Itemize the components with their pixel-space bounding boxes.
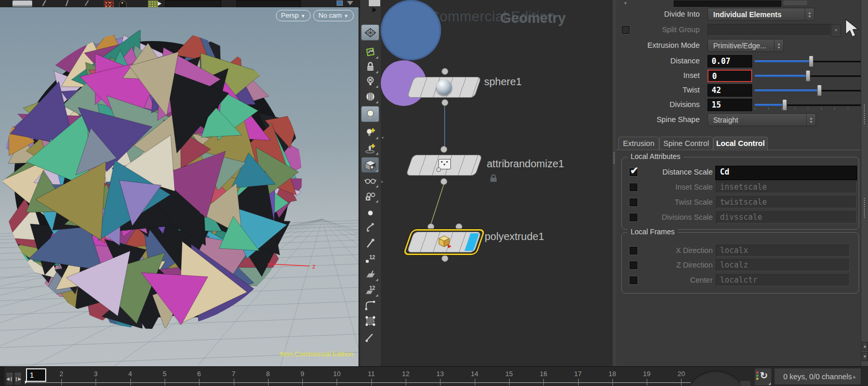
- keys-channels-status[interactable]: 0 keys, 0/0 channels ▲: [774, 368, 861, 385]
- group-checkbox-z-direction[interactable]: [630, 261, 637, 269]
- group-field-center[interactable]: localctr: [716, 274, 850, 286]
- slider-handle-inset[interactable]: [806, 70, 810, 82]
- expand-arrow-icon[interactable]: [372, 7, 377, 12]
- submenu-triangle: [376, 185, 378, 188]
- group-field-distance-scale[interactable]: Cd: [716, 166, 857, 180]
- param-dropdown-extrusion-mode[interactable]: Primitive/Edge...▲▼: [707, 39, 784, 52]
- slider-handle-divisions[interactable]: [782, 99, 787, 111]
- group-field-x-direction[interactable]: localx: [716, 245, 850, 257]
- display-profiles-icon[interactable]: [362, 298, 379, 313]
- timeline-frame-number: 6: [197, 370, 201, 378]
- param-label-inset: Inset: [618, 71, 700, 79]
- svg-text:12: 12: [369, 285, 376, 291]
- timeline-tick: [61, 379, 62, 385]
- material-shaded-icon[interactable]: [362, 89, 379, 104]
- collapse-caret-icon[interactable]: ▼: [623, 1, 627, 6]
- hide-geometry-glasses-icon[interactable]: [362, 173, 379, 188]
- group-checkbox-inset-scale[interactable]: [630, 183, 637, 191]
- display-hooks-icon[interactable]: [362, 220, 379, 235]
- gauge-icon[interactable]: [119, 1, 127, 8]
- param-field-split-group[interactable]: [707, 24, 831, 36]
- sphere1-node[interactable]: [407, 77, 482, 98]
- slider-handle-twist[interactable]: [817, 85, 822, 96]
- group-checkbox-divisions-scale[interactable]: [630, 214, 637, 221]
- camera-select-button[interactable]: No cam▼: [313, 10, 354, 21]
- slider-handle-distance[interactable]: [809, 56, 813, 67]
- tab-local-control[interactable]: Local Control: [713, 137, 768, 151]
- timeline-frame-number: 12: [402, 370, 409, 378]
- construction-partial-icon[interactable]: [362, 331, 379, 346]
- attribrandomize1-node[interactable]: [406, 155, 483, 176]
- toolbar-fragment-icon[interactable]: [337, 1, 343, 6]
- timeline-tick: [543, 379, 544, 385]
- ghost-geometry-glasses-icon[interactable]: [362, 188, 379, 203]
- keyboard-shortcut-icon[interactable]: [12, 1, 32, 7]
- tool-icon[interactable]: [85, 0, 89, 6]
- divider-grip[interactable]: [613, 152, 615, 164]
- param-input-inset[interactable]: 0: [707, 70, 752, 82]
- tool-icon[interactable]: [65, 0, 69, 6]
- add-light-icon[interactable]: [362, 125, 379, 140]
- group-field-inset-scale[interactable]: insetscale: [716, 181, 857, 193]
- playbar-fragment[interactable]: [740, 380, 751, 386]
- node-name-field-fragment[interactable]: [674, 1, 781, 7]
- network-editor[interactable]: Non-Commercial Edition Geometry sphere1a…: [381, 0, 612, 366]
- lock-icon[interactable]: [362, 59, 379, 74]
- randomize-dice-icon: [437, 159, 451, 171]
- group-field-divisions-scale[interactable]: divsscale: [716, 211, 857, 223]
- prim-markers-icon[interactable]: [362, 267, 379, 282]
- dropdown-caret-icon[interactable]: [347, 1, 353, 5]
- group-checkbox-x-direction[interactable]: [630, 247, 637, 255]
- path-bar-fragment: [369, 0, 380, 6]
- submenu-triangle: [376, 37, 378, 39]
- pane-arrow-icon[interactable]: ◂: [381, 135, 383, 140]
- auto-update-button[interactable]: ↻: [754, 368, 772, 386]
- point-numbers-icon[interactable]: 12: [362, 251, 379, 266]
- group-marquee-icon[interactable]: [362, 313, 379, 328]
- node-connector-dot[interactable]: [442, 68, 448, 75]
- scroll-down-button[interactable]: ▼: [862, 352, 868, 361]
- tab-spine-control[interactable]: Spine Control: [659, 137, 713, 150]
- group-field-z-direction[interactable]: localz: [716, 259, 850, 271]
- param-checkbox-split-group[interactable]: [622, 26, 630, 34]
- perspective-view-button[interactable]: Persp▼: [276, 10, 311, 21]
- strip-grip[interactable]: [863, 104, 865, 125]
- lighting-bulb-icon[interactable]: [362, 107, 379, 122]
- toolbar-field[interactable]: [165, 0, 221, 8]
- takes-icon[interactable]: [148, 1, 158, 8]
- pane-arrow-icon[interactable]: ▸: [381, 179, 383, 184]
- prim-numbers-icon[interactable]: 12: [362, 282, 379, 297]
- param-input-distance[interactable]: 0.07: [707, 55, 752, 68]
- scene-viewport[interactable]: z Persp▼ No cam▼ Non-Commercial Edition: [0, 7, 358, 366]
- tab-extrusion[interactable]: Extrusion: [618, 137, 659, 150]
- scroll-up-button[interactable]: ▲: [862, 342, 868, 351]
- group-field-twist-scale[interactable]: twistscale: [716, 196, 857, 208]
- strip-grip[interactable]: [863, 197, 865, 218]
- timeline-frame-number: 15: [505, 370, 513, 378]
- color-grid-icon[interactable]: [104, 1, 114, 8]
- param-input-divisions[interactable]: 15: [707, 99, 752, 111]
- pen-tool-icon[interactable]: [42, 0, 46, 6]
- shaded-cube-icon[interactable]: [362, 157, 379, 172]
- headlight-off-icon[interactable]: [362, 73, 379, 88]
- param-input-twist[interactable]: 42: [707, 84, 752, 97]
- node-connector-dot[interactable]: [440, 146, 447, 153]
- add-light-pin-icon[interactable]: [362, 140, 379, 155]
- display-points-icon[interactable]: [362, 205, 379, 220]
- timeline-frame-number: 13: [436, 370, 444, 378]
- group-label-distance-scale: Distance Scale: [642, 168, 713, 176]
- dropdown-value: Straight: [708, 116, 806, 124]
- display-normals-icon[interactable]: [362, 235, 379, 250]
- node-connector-dot[interactable]: [440, 178, 447, 185]
- param-menu-arrow-button[interactable]: ▼: [831, 24, 841, 37]
- node-connector-dot[interactable]: [442, 99, 448, 106]
- group-checkbox-center[interactable]: [630, 276, 637, 284]
- param-dropdown-spine-shape[interactable]: Straight▲▼: [707, 113, 816, 126]
- group-checkbox-twist-scale[interactable]: [630, 198, 637, 206]
- display-layout-icon[interactable]: [362, 25, 379, 40]
- select-geometry-icon[interactable]: [362, 44, 379, 59]
- group-checkbox-distance-scale[interactable]: ✔: [630, 168, 637, 176]
- param-dropdown-divide-into[interactable]: Individual Elements▲▼: [707, 8, 814, 21]
- toolbar-field[interactable]: [236, 0, 301, 8]
- node-connector-dot[interactable]: [442, 255, 448, 262]
